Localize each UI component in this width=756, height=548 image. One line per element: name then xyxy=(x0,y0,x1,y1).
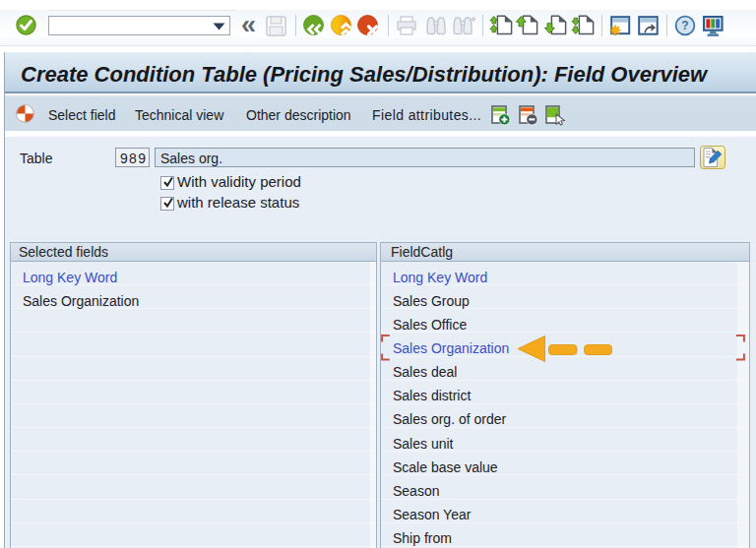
svg-text:?: ? xyxy=(681,19,688,32)
